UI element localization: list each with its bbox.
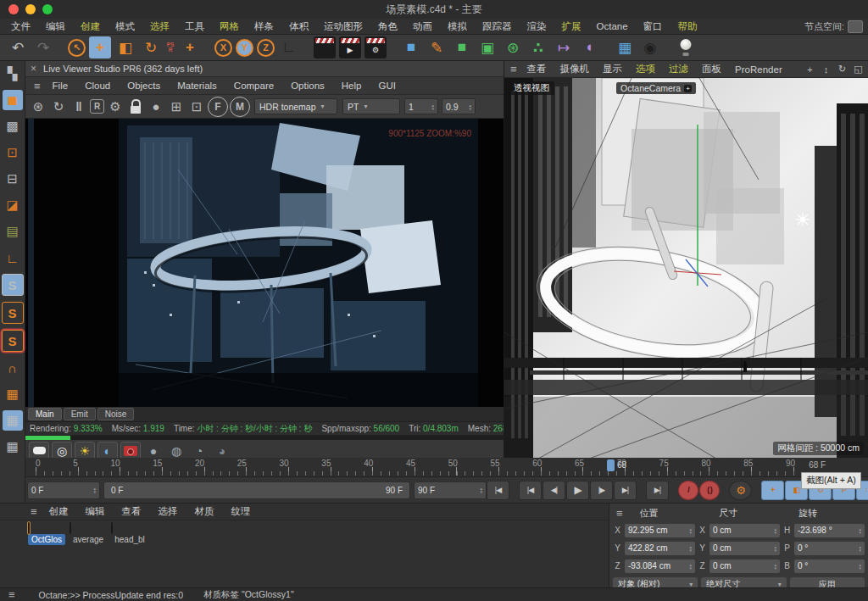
rotation-p-field[interactable]: 0 °▴▾ bbox=[794, 542, 865, 555]
stepper-icon[interactable]: ▴▾ bbox=[480, 487, 482, 493]
instance-button[interactable]: ↦ bbox=[553, 36, 575, 58]
region-render-button[interactable]: R bbox=[90, 99, 104, 114]
viewport-menu-item[interactable]: 过滤 bbox=[662, 63, 695, 75]
psr-refresh-button[interactable]: PSR bbox=[165, 36, 175, 58]
menu-item[interactable]: 模式 bbox=[108, 20, 142, 33]
render-settings-button[interactable]: ⚙ bbox=[364, 36, 387, 58]
menu-item[interactable]: 网格 bbox=[212, 20, 247, 33]
camera-button[interactable]: ◉ bbox=[639, 36, 661, 58]
uv-mode-button[interactable]: ▤ bbox=[3, 221, 23, 242]
add-cube-button[interactable]: ■ bbox=[400, 36, 422, 58]
viewer-menu-item[interactable]: Options bbox=[282, 81, 333, 91]
workplane-reset-button[interactable]: ▦ bbox=[3, 437, 23, 457]
material-preview[interactable] bbox=[70, 522, 71, 534]
size-z-field[interactable]: 0 cm▴▾ bbox=[709, 559, 780, 573]
material-menu-item[interactable]: 编辑 bbox=[77, 505, 114, 518]
material-preview[interactable] bbox=[28, 522, 30, 534]
goto-prev-key-button[interactable]: |◀ bbox=[519, 481, 542, 500]
menu-item[interactable]: 体积 bbox=[281, 20, 316, 33]
material-name[interactable]: average bbox=[70, 534, 107, 545]
snap-3d-button[interactable]: S bbox=[2, 274, 24, 296]
menu-icon[interactable]: ≡ bbox=[510, 63, 517, 75]
menu-item[interactable]: 扩展 bbox=[554, 20, 589, 33]
OctGlos[interactable]: OctGlos bbox=[28, 523, 67, 545]
viewer-menu-item[interactable]: File bbox=[44, 81, 77, 91]
head_bl[interactable]: head_bl bbox=[111, 523, 150, 545]
camera-tag[interactable]: OctaneCamera + bbox=[616, 82, 696, 94]
material-name[interactable]: OctGlos bbox=[28, 534, 65, 545]
average[interactable]: average bbox=[70, 523, 108, 545]
prev-frame-button[interactable]: ◀| bbox=[542, 481, 565, 500]
pan-icon[interactable]: + bbox=[803, 62, 817, 76]
range-end-spinner[interactable]: 90 F ▴▾ bbox=[414, 481, 487, 499]
next-frame-button[interactable]: |▶ bbox=[590, 481, 613, 500]
focus-picker-button[interactable]: F bbox=[208, 97, 228, 117]
timeline-ruler[interactable]: 051015202530354045505560657075808590 68 … bbox=[25, 458, 868, 477]
viewer-tab[interactable]: Main bbox=[28, 408, 62, 420]
restart-render-button[interactable]: ↻ bbox=[49, 97, 68, 116]
rotation-b-field[interactable]: 0 °▴▾ bbox=[794, 559, 865, 573]
dolly-icon[interactable]: ↕ bbox=[819, 62, 833, 76]
snap-auto-button[interactable]: S bbox=[2, 330, 24, 352]
position-y-field[interactable]: 422.82 cm▴▾ bbox=[625, 542, 695, 555]
menu-item[interactable]: 渲染 bbox=[520, 20, 554, 33]
viewer-tab[interactable]: Noise bbox=[97, 408, 135, 420]
viewer-menu-item[interactable]: Materials bbox=[169, 81, 225, 91]
position-x-field[interactable]: 92.295 cm▴▾ bbox=[625, 524, 695, 537]
scale-tool-button[interactable]: ◧ bbox=[114, 36, 136, 58]
material-name[interactable]: head_bl bbox=[111, 534, 148, 545]
viewport-menu-item[interactable]: 查看 bbox=[520, 63, 554, 75]
workplane-lock-button[interactable]: ▦ bbox=[3, 410, 23, 431]
viewport-menu-item[interactable]: 面板 bbox=[695, 63, 728, 75]
snap-2d-button[interactable]: S bbox=[2, 302, 24, 324]
viewport-menu-item[interactable]: 摄像机 bbox=[554, 63, 597, 75]
size-y-field[interactable]: 0 cm▴▾ bbox=[709, 542, 780, 555]
menu-item[interactable]: 工具 bbox=[177, 20, 212, 33]
menu-item[interactable]: 编辑 bbox=[38, 20, 73, 33]
octane-logo-icon[interactable]: ⊛ bbox=[29, 97, 47, 116]
move-tool-button[interactable]: + bbox=[89, 36, 111, 58]
menu-item[interactable]: 运动图形 bbox=[316, 20, 370, 33]
coord-move-button[interactable]: + bbox=[179, 36, 201, 58]
maximize-icon[interactable]: ◱ bbox=[851, 62, 865, 76]
axis-z-button[interactable]: Z bbox=[257, 39, 275, 57]
convert-object-button[interactable]: ▚ bbox=[3, 64, 23, 84]
close-icon[interactable]: × bbox=[31, 63, 36, 75]
node-space-button[interactable] bbox=[848, 20, 863, 33]
workplane-button[interactable]: ▦ bbox=[3, 384, 23, 404]
subdivision-surface-button[interactable]: ■ bbox=[451, 36, 473, 58]
cloner-button[interactable]: ∴ bbox=[527, 36, 549, 58]
menu-item[interactable]: 窗口 bbox=[636, 20, 670, 33]
kernel-dropdown[interactable]: PT▾ bbox=[342, 98, 400, 114]
menu-item[interactable]: 帮助 bbox=[670, 20, 705, 33]
lock-resolution-button[interactable] bbox=[126, 97, 145, 116]
stepper-icon[interactable]: ▴▾ bbox=[93, 487, 96, 493]
texture-mode-button[interactable]: ▩ bbox=[3, 116, 23, 136]
pick-region-button[interactable]: ⊡ bbox=[187, 97, 206, 116]
pick-focus-button[interactable]: ⊞ bbox=[167, 97, 186, 116]
boolean-button[interactable]: ▣ bbox=[476, 36, 498, 58]
menu-item[interactable]: 动画 bbox=[405, 20, 440, 33]
light-button[interactable] bbox=[675, 36, 697, 58]
menu-item[interactable]: 样条 bbox=[247, 20, 281, 33]
render-view[interactable]: 900*1125 ZOOM:%90 bbox=[25, 119, 504, 407]
render-view-button[interactable] bbox=[314, 36, 336, 58]
viewer-menu-item[interactable]: Help bbox=[333, 81, 370, 91]
material-menu-item[interactable]: 查看 bbox=[114, 505, 150, 518]
position-z-field[interactable]: -93.084 cm▴▾ bbox=[625, 559, 695, 573]
menu-item[interactable]: Octane bbox=[589, 21, 636, 31]
material-menu-item[interactable]: 材质 bbox=[186, 505, 223, 518]
samples-spinner[interactable]: 1 ▴▾ bbox=[404, 98, 438, 114]
menu-icon[interactable]: ≡ bbox=[31, 505, 37, 518]
menu-item[interactable]: 创建 bbox=[73, 20, 108, 33]
magnet-snap-button[interactable]: ∩ bbox=[3, 358, 23, 378]
playhead[interactable] bbox=[607, 459, 615, 471]
size-x-field[interactable]: 0 cm▴▾ bbox=[709, 524, 780, 537]
polygon-mode-button[interactable]: ◪ bbox=[3, 195, 23, 215]
menu-item[interactable]: 模拟 bbox=[440, 20, 475, 33]
viewer-menu-item[interactable]: Cloud bbox=[76, 81, 119, 91]
material-ball-button[interactable]: ● bbox=[147, 97, 165, 116]
viewer-menu-item[interactable]: Compare bbox=[225, 81, 282, 91]
render-picture-viewer-button[interactable]: ▶ bbox=[339, 36, 361, 58]
menu-item[interactable]: 角色 bbox=[370, 20, 405, 33]
